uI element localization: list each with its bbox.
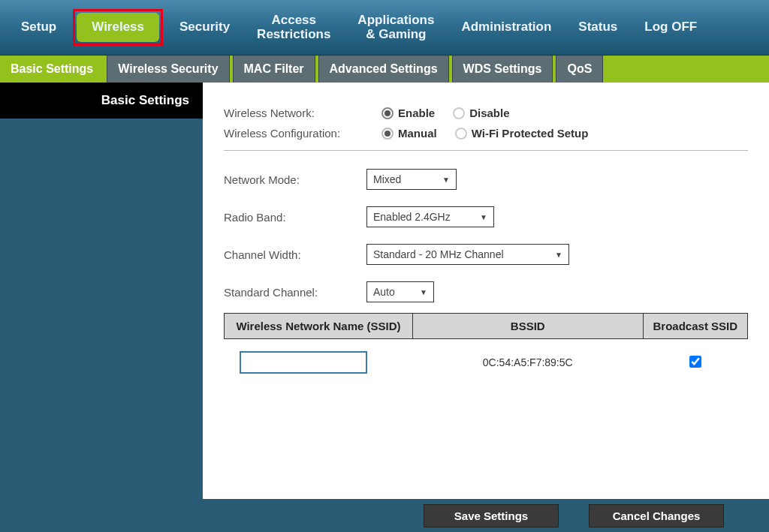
standard-channel-value: Auto	[373, 286, 395, 298]
tab-basic-settings[interactable]: Basic Settings	[0, 56, 104, 83]
radio-config-manual[interactable]	[381, 128, 394, 140]
chevron-down-icon: ▼	[442, 176, 450, 184]
tab-mac-filter[interactable]: MAC Filter	[233, 56, 315, 83]
nav-security[interactable]: Security	[166, 11, 243, 44]
content-panel: Wireless Network: Enable Disable Wireles…	[203, 83, 769, 499]
wireless-network-label: Wireless Network:	[224, 107, 381, 119]
col-ssid-header: Wireless Network Name (SSID)	[225, 314, 413, 339]
standard-channel-label: Standard Channel:	[224, 286, 366, 299]
cancel-changes-button[interactable]: Cancel Changes	[589, 504, 724, 527]
radio-wireless-enable-label: Enable	[398, 107, 435, 119]
footer-bar: Save Settings Cancel Changes	[203, 499, 769, 532]
wireless-config-label: Wireless Configuration:	[224, 127, 381, 140]
sidebar-title: Basic Settings	[0, 83, 203, 119]
radio-wireless-disable[interactable]	[453, 107, 465, 119]
table-row: 0C:54:A5:F7:89:5C	[225, 339, 748, 386]
sidebar: Basic Settings	[0, 83, 203, 499]
radio-wireless-disable-label: Disable	[469, 107, 509, 119]
col-broadcast-header: Broadcast SSID	[643, 314, 747, 339]
nav-status[interactable]: Status	[565, 11, 631, 44]
ssid-input[interactable]	[240, 351, 367, 374]
nav-wireless-highlight: Wireless	[73, 9, 163, 46]
radio-band-value: Enabled 2.4GHz	[373, 211, 451, 223]
bssid-value: 0C:54:A5:F7:89:5C	[412, 339, 643, 386]
chevron-down-icon: ▼	[555, 251, 562, 259]
nav-wireless[interactable]: Wireless	[77, 13, 159, 42]
sub-navigation: Basic Settings Wireless Security MAC Fil…	[0, 56, 769, 83]
radio-band-select[interactable]: Enabled 2.4GHz ▼	[366, 206, 494, 227]
tab-wds-settings[interactable]: WDS Settings	[452, 56, 553, 83]
network-mode-select[interactable]: Mixed ▼	[366, 169, 457, 190]
nav-applications-gaming[interactable]: Applications& Gaming	[344, 9, 448, 46]
network-mode-value: Mixed	[373, 173, 401, 185]
radio-config-wps-label: Wi-Fi Protected Setup	[472, 127, 589, 140]
ssid-table: Wireless Network Name (SSID) BSSID Broad…	[224, 313, 748, 386]
nav-administration[interactable]: Administration	[448, 11, 565, 44]
chevron-down-icon: ▼	[480, 213, 487, 221]
chevron-down-icon: ▼	[420, 288, 427, 296]
nav-logoff[interactable]: Log OFF	[631, 11, 710, 44]
divider	[224, 150, 748, 151]
channel-width-label: Channel Width:	[224, 248, 366, 261]
col-bssid-header: BSSID	[412, 314, 643, 339]
radio-config-wps[interactable]	[455, 128, 467, 140]
tab-wireless-security[interactable]: Wireless Security	[107, 56, 229, 83]
radio-band-label: Radio Band:	[224, 211, 366, 224]
channel-width-value: Standard - 20 MHz Channel	[373, 248, 504, 260]
nav-setup[interactable]: Setup	[8, 11, 70, 44]
save-settings-button[interactable]: Save Settings	[424, 504, 559, 527]
nav-access-restrictions[interactable]: AccessRestrictions	[243, 9, 344, 46]
tab-advanced-settings[interactable]: Advanced Settings	[318, 56, 449, 83]
network-mode-label: Network Mode:	[224, 173, 366, 186]
standard-channel-select[interactable]: Auto ▼	[366, 281, 434, 302]
sidebar-footer-bg	[0, 499, 203, 532]
broadcast-ssid-checkbox[interactable]	[689, 356, 701, 368]
radio-wireless-enable[interactable]	[381, 107, 394, 119]
top-navigation: Setup Wireless Security AccessRestrictio…	[0, 0, 769, 56]
radio-config-manual-label: Manual	[398, 127, 437, 140]
channel-width-select[interactable]: Standard - 20 MHz Channel ▼	[366, 244, 569, 265]
tab-qos[interactable]: QoS	[556, 56, 603, 83]
